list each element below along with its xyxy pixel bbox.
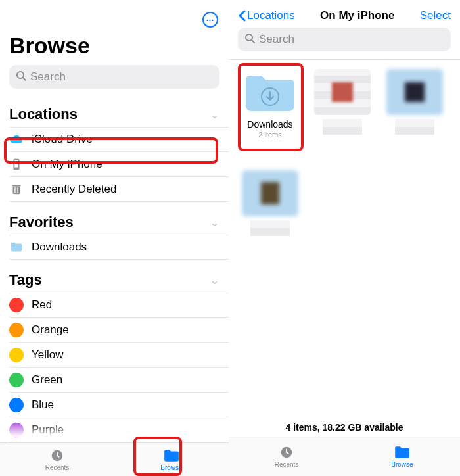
tab-label: Recents [45, 464, 70, 471]
tab-recents[interactable]: Recents [229, 437, 344, 476]
tag-dot [9, 398, 24, 412]
row-label: On My iPhone [32, 158, 219, 171]
back-label: Locations [247, 9, 295, 22]
tag-red[interactable]: Red [9, 293, 229, 318]
tag-orange[interactable]: Orange [9, 318, 229, 343]
grid-item-redacted[interactable] [237, 170, 304, 236]
svg-rect-3 [14, 160, 18, 167]
tag-green[interactable]: Green [9, 368, 229, 393]
row-label: Green [32, 373, 219, 387]
row-label: Orange [32, 323, 219, 337]
clock-icon [49, 448, 66, 463]
locations-title: Locations [9, 106, 78, 123]
cloud-icon [9, 132, 24, 147]
browse-pane: ••• Browse Search Locations ⌄ iCloud Dri… [0, 0, 229, 476]
tab-bar: Recents Browse [0, 442, 229, 476]
row-label: iCloud Drive [32, 133, 219, 146]
row-label: Red [32, 298, 219, 312]
divider [229, 59, 460, 60]
search-icon [16, 70, 26, 84]
row-label: Recently Deleted [32, 183, 219, 196]
chevron-down-icon: ⌄ [210, 107, 219, 122]
location-on-my-iphone[interactable]: On My iPhone [9, 152, 229, 177]
tags-header[interactable]: Tags ⌄ [0, 260, 229, 293]
folder-download-icon [242, 69, 298, 115]
favorites-list: Downloads [9, 235, 229, 260]
tab-recents[interactable]: Recents [0, 443, 114, 476]
svg-rect-7 [17, 187, 18, 193]
nav-bar: Locations On My iPhone Select [229, 0, 460, 28]
tag-dot [9, 348, 24, 362]
tab-label: Browse [160, 464, 182, 471]
svg-line-10 [252, 40, 254, 43]
redacted-label [323, 119, 362, 135]
more-button[interactable]: ••• [202, 12, 218, 28]
file-name: Downloads [247, 119, 292, 130]
redacted-label [395, 119, 434, 135]
status-line: 4 items, 18.22 GB available [229, 416, 460, 437]
tags-title: Tags [9, 272, 42, 289]
tag-dot [9, 373, 24, 387]
svg-rect-6 [14, 187, 15, 193]
chevron-left-icon [238, 10, 246, 22]
tags-list: Red Orange Yellow Green Blue Purple [9, 293, 229, 442]
tag-dot [9, 423, 24, 437]
tab-bar: Recents Browse [229, 437, 460, 476]
chevron-down-icon: ⌄ [210, 215, 219, 229]
location-icloud-drive[interactable]: iCloud Drive [9, 127, 229, 152]
tab-browse[interactable]: Browse [344, 437, 460, 476]
search-placeholder: Search [259, 33, 294, 46]
favorites-header[interactable]: Favorites ⌄ [0, 202, 229, 235]
svg-line-1 [23, 78, 26, 80]
tag-dot [9, 298, 24, 312]
folder-icon [163, 448, 180, 463]
search-input[interactable]: Search [9, 65, 219, 89]
favorites-title: Favorites [9, 214, 74, 231]
redacted-thumb [386, 69, 443, 115]
row-label: Blue [32, 398, 219, 412]
svg-rect-5 [12, 185, 21, 186]
select-button[interactable]: Select [420, 9, 451, 22]
back-button[interactable]: Locations [238, 9, 295, 22]
folder-pane: Locations On My iPhone Select Search Dow… [229, 0, 460, 476]
redacted-label [250, 220, 290, 236]
row-label: Downloads [32, 241, 219, 254]
search-icon [244, 33, 255, 47]
phone-icon [9, 157, 24, 172]
row-label: Purple [32, 423, 219, 437]
tag-dot [9, 323, 24, 337]
chevron-down-icon: ⌄ [210, 273, 219, 287]
file-meta: 2 items [258, 131, 281, 139]
svg-rect-4 [13, 186, 20, 194]
tag-purple[interactable]: Purple [9, 417, 229, 442]
tag-blue[interactable]: Blue [9, 393, 229, 417]
tab-label: Recents [275, 461, 299, 468]
clock-icon [278, 445, 295, 460]
redacted-thumb [314, 69, 371, 115]
folder-downloads[interactable]: Downloads 2 items [237, 69, 304, 139]
search-input[interactable]: Search [238, 28, 451, 51]
row-label: Yellow [32, 348, 219, 362]
favorite-downloads[interactable]: Downloads [9, 235, 229, 260]
locations-header[interactable]: Locations ⌄ [0, 94, 229, 127]
tab-label: Browse [391, 461, 413, 468]
nav-title: On My iPhone [320, 9, 394, 22]
locations-list: iCloud Drive On My iPhone Recently Delet… [9, 127, 229, 202]
search-placeholder: Search [30, 70, 66, 83]
grid-item-redacted[interactable] [381, 69, 448, 139]
tab-browse[interactable]: Browse [114, 443, 229, 476]
trash-icon [9, 182, 24, 197]
location-recently-deleted[interactable]: Recently Deleted [9, 177, 229, 202]
grid-item-redacted[interactable] [309, 69, 376, 139]
tag-yellow[interactable]: Yellow [9, 343, 229, 368]
page-title: Browse [9, 33, 219, 59]
file-grid: Downloads 2 items [229, 66, 460, 239]
redacted-thumb [242, 170, 298, 216]
folder-icon [394, 445, 411, 460]
folder-icon [9, 240, 24, 254]
